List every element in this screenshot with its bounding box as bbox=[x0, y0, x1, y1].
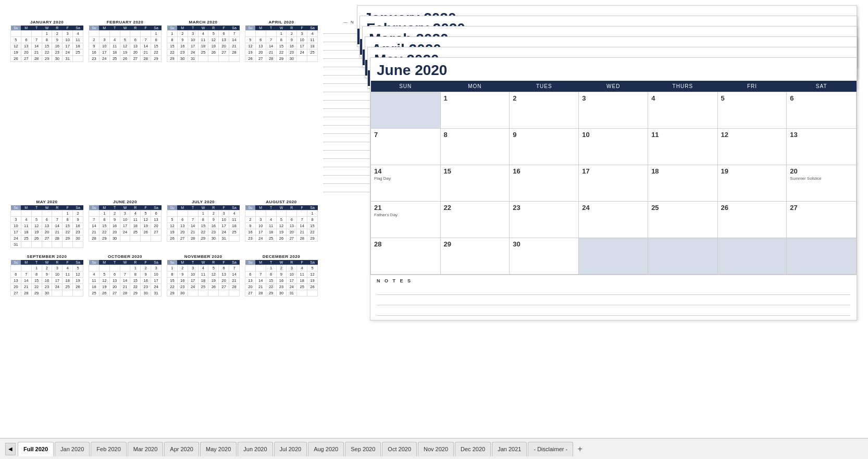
tab-item[interactable]: May 2020 bbox=[200, 442, 237, 456]
mini-calendar: JANUARY 2020SuMTWRFSa1234567891011121314… bbox=[10, 20, 83, 193]
tab-item[interactable]: Jun 2020 bbox=[238, 442, 272, 456]
tab-item[interactable]: Mar 2020 bbox=[128, 442, 163, 456]
main-area: JANUARY 2020SuMTWRFSa1234567891011121314… bbox=[0, 0, 868, 438]
tab-item[interactable]: - Disclaimer - bbox=[528, 442, 573, 456]
tab-item[interactable]: Jul 2020 bbox=[274, 442, 307, 456]
tab-item[interactable]: Full 2020 bbox=[18, 442, 54, 456]
month-notes-area: N O T E S bbox=[370, 275, 857, 320]
month-card-title: June 2020 bbox=[370, 58, 857, 81]
tab-item[interactable]: Sep 2020 bbox=[345, 442, 381, 456]
mini-calendar: SEPTEMBER 2020SuMTWRFSa12345678910111213… bbox=[10, 254, 83, 296]
mini-calendar: JUNE 2020SuMTWRFSa1234567891011121314151… bbox=[89, 200, 162, 248]
tab-item[interactable]: Nov 2020 bbox=[418, 442, 454, 456]
stacked-months: January 2020SUNMONTUESWEDTHURSFRISATFebr… bbox=[357, 5, 862, 406]
mini-calendar: AUGUST 2020SuMTWRFSa12345678910111213141… bbox=[245, 200, 318, 248]
tab-item[interactable]: Dec 2020 bbox=[455, 442, 491, 456]
tab-add-btn[interactable]: + bbox=[574, 443, 586, 455]
tab-item[interactable]: Jan 2020 bbox=[55, 442, 90, 456]
tab-prev-btn[interactable]: ◀ bbox=[5, 443, 16, 455]
mini-calendar: NOVEMBER 2020SuMTWRFSa123456789101112131… bbox=[167, 254, 240, 296]
tab-item[interactable]: Feb 2020 bbox=[91, 442, 126, 456]
mini-calendar: OCTOBER 2020SuMTWRFSa1234567891011121314… bbox=[89, 254, 162, 296]
mini-calendar: MARCH 2020SuMTWRFSa123456789101112131415… bbox=[167, 20, 240, 193]
mini-calendar: APRIL 2020SuMTWRFSa123456789101112131415… bbox=[245, 20, 318, 193]
mini-calendar: FEBRUARY 2020SuMTWRFSa123456789101112131… bbox=[89, 20, 162, 193]
mini-calendar: JULY 2020SuMTWRFSa1234567891011121314151… bbox=[167, 200, 240, 248]
mini-calendar: MAY 2020SuMTWRFSa12345678910111213141516… bbox=[10, 200, 83, 248]
tab-item[interactable]: Apr 2020 bbox=[164, 442, 199, 456]
tab-item[interactable]: Jan 2021 bbox=[492, 442, 527, 456]
tab-item[interactable]: Aug 2020 bbox=[308, 442, 344, 456]
tab-item[interactable]: Oct 2020 bbox=[382, 442, 417, 456]
tab-bar: ◀ Full 2020Jan 2020Feb 2020Mar 2020Apr 2… bbox=[0, 438, 868, 459]
mini-calendar: DECEMBER 2020SuMTWRFSa123456789101112131… bbox=[245, 254, 318, 296]
month-card: June 2020SUNMONTUESWEDTHURSFRISAT1234567… bbox=[370, 57, 857, 320]
